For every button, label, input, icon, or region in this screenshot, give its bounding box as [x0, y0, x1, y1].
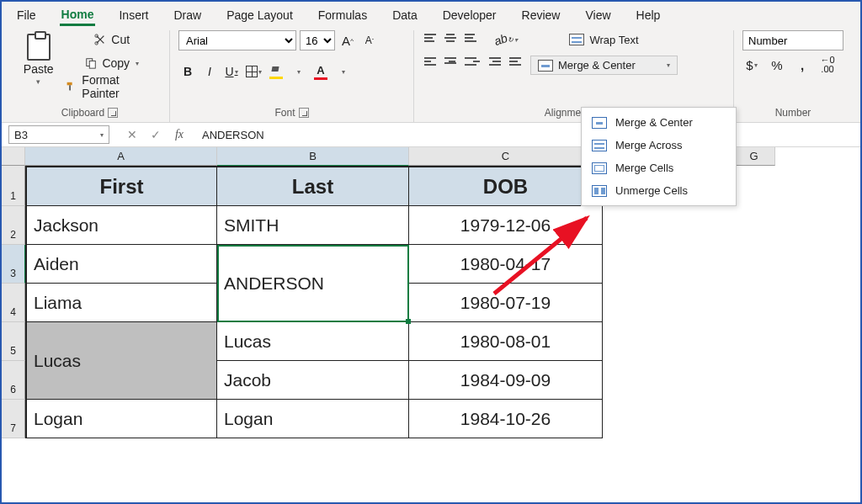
unmerge-cells-option[interactable]: Unmerge Cells: [582, 179, 736, 202]
tab-home[interactable]: Home: [60, 5, 96, 26]
cell-A2[interactable]: Jackson: [25, 206, 217, 245]
accept-formula-button[interactable]: ✓: [146, 125, 165, 144]
tab-file[interactable]: File: [15, 6, 38, 24]
row-header-2[interactable]: 2: [2, 206, 25, 245]
copy-icon: [85, 57, 97, 69]
comma-button[interactable]: ,: [793, 56, 811, 74]
cut-button[interactable]: Cut: [63, 30, 161, 49]
cell-C5[interactable]: 1980-08-01: [409, 322, 603, 361]
col-header-A[interactable]: A: [25, 147, 217, 166]
cell-C6[interactable]: 1984-09-09: [409, 361, 603, 400]
center-align-button[interactable]: [443, 54, 461, 72]
tab-data[interactable]: Data: [391, 6, 419, 24]
cell-B3-merged[interactable]: ANDERSON: [217, 245, 409, 322]
cell-B5[interactable]: Lucas: [217, 322, 409, 361]
merge-cells-option[interactable]: Merge Cells: [582, 157, 736, 179]
chevron-down-icon: ▾: [36, 77, 40, 86]
tab-developer[interactable]: Developer: [441, 6, 498, 24]
currency-button[interactable]: $▾: [742, 56, 761, 74]
cell-A7[interactable]: Logan: [25, 400, 217, 438]
font-color-A-icon: A: [317, 64, 324, 77]
cell-C7[interactable]: 1984-10-26: [409, 400, 603, 438]
merge-across-option[interactable]: Merge Across: [582, 134, 736, 157]
tab-draw[interactable]: Draw: [172, 6, 203, 24]
tab-page-layout[interactable]: Page Layout: [225, 6, 295, 24]
row-header-3[interactable]: 3: [2, 245, 25, 284]
paste-button[interactable]: Paste ▾: [19, 30, 58, 89]
number-format-select[interactable]: [742, 30, 843, 50]
name-box[interactable]: B3 ▾: [8, 125, 109, 144]
cell-A1[interactable]: First: [25, 166, 217, 206]
left-align-button[interactable]: [423, 54, 441, 72]
cell-C2[interactable]: 1979-12-06: [409, 206, 603, 245]
increase-decimal-button[interactable]: ←0.00: [818, 56, 837, 74]
cell-B1[interactable]: Last: [217, 166, 409, 206]
row-header-5[interactable]: 5: [2, 322, 25, 361]
decrease-indent-button[interactable]: [487, 54, 505, 72]
cell-B2[interactable]: SMITH: [217, 206, 409, 245]
formula-value[interactable]: ANDERSON: [195, 129, 271, 141]
font-dialog-launcher[interactable]: [299, 108, 309, 118]
insert-function-button[interactable]: fx: [170, 125, 189, 144]
col-header-G[interactable]: G: [733, 147, 775, 166]
top-align-button[interactable]: [423, 30, 441, 49]
merge-center-button[interactable]: Merge & Center ▾: [530, 56, 678, 75]
increase-font-button[interactable]: A^: [338, 31, 357, 50]
col-header-C[interactable]: C: [409, 147, 603, 166]
unmerge-cells-option-label: Unmerge Cells: [615, 184, 688, 197]
merge-center-option[interactable]: Merge & Center: [582, 111, 736, 134]
clipboard-dialog-launcher[interactable]: [108, 108, 118, 118]
row-header-4[interactable]: 4: [2, 284, 25, 322]
font-name-select[interactable]: Arial: [178, 30, 296, 50]
merge-center-label: Merge & Center: [558, 59, 636, 72]
font-color-chevron[interactable]: ▾: [334, 62, 353, 81]
ribbon-tabs: File Home Insert Draw Page Layout Formul…: [2, 2, 860, 25]
copy-button[interactable]: Copy ▾: [63, 54, 161, 72]
unmerge-cells-icon: [592, 185, 607, 197]
border-button[interactable]: ▾: [244, 62, 263, 81]
underline-button[interactable]: U▾: [222, 62, 241, 81]
copy-label: Copy: [102, 56, 130, 70]
bottom-align-button[interactable]: [463, 30, 482, 49]
cell-C1[interactable]: DOB: [409, 166, 603, 206]
left-align-icon: [424, 57, 439, 69]
wrap-text-label: Wrap Text: [589, 34, 638, 46]
cancel-formula-button[interactable]: ✕: [123, 125, 141, 144]
name-box-value: B3: [14, 129, 28, 141]
fill-color-button[interactable]: [267, 62, 285, 81]
tab-view[interactable]: View: [583, 6, 612, 24]
middle-align-button[interactable]: [443, 30, 461, 49]
decrease-font-button[interactable]: Aˇ: [360, 31, 379, 50]
scissors-icon: [94, 34, 106, 45]
increase-indent-button[interactable]: [507, 54, 525, 72]
wrap-text-button[interactable]: Wrap Text: [530, 30, 678, 49]
cell-C4[interactable]: 1980-07-19: [409, 284, 603, 322]
font-color-button[interactable]: A: [311, 62, 330, 81]
fill-color-chevron[interactable]: ▾: [290, 62, 308, 81]
select-all-corner[interactable]: [2, 147, 25, 166]
row-header-6[interactable]: 6: [2, 361, 25, 400]
right-align-icon: [465, 57, 480, 69]
orientation-button[interactable]: ab↻▾: [487, 30, 525, 49]
tab-formulas[interactable]: Formulas: [317, 6, 369, 24]
cell-A5-merged[interactable]: Lucas: [25, 322, 217, 400]
tab-help[interactable]: Help: [635, 6, 662, 24]
cell-B7[interactable]: Logan: [217, 400, 409, 438]
cell-A4[interactable]: Liama: [25, 284, 217, 322]
row-header-1[interactable]: 1: [2, 166, 25, 206]
italic-button[interactable]: I: [200, 62, 219, 81]
top-align-icon: [424, 34, 439, 45]
tab-review[interactable]: Review: [520, 6, 562, 24]
cell-A3[interactable]: Aiden: [25, 245, 217, 284]
paste-label: Paste: [24, 62, 54, 76]
tab-insert[interactable]: Insert: [117, 6, 150, 24]
percent-button[interactable]: %: [768, 56, 786, 74]
col-header-B[interactable]: B: [217, 147, 409, 166]
font-size-select[interactable]: 16: [300, 30, 335, 50]
row-header-7[interactable]: 7: [2, 400, 25, 438]
bold-button[interactable]: B: [178, 62, 197, 81]
right-align-button[interactable]: [463, 54, 482, 72]
cell-B6[interactable]: Jacob: [217, 361, 409, 400]
cell-C3[interactable]: 1980-04-17: [409, 245, 603, 284]
format-painter-button[interactable]: Format Painter: [63, 77, 161, 96]
